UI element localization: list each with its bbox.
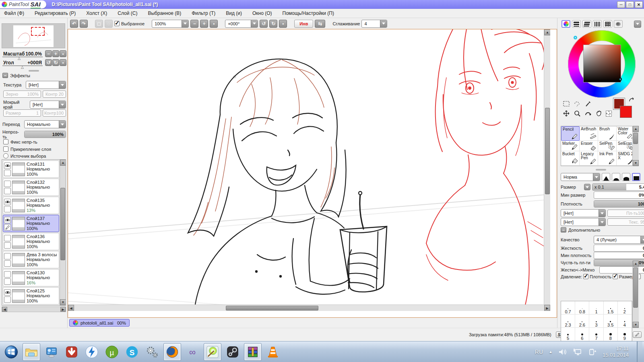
pressure-density-checkbox[interactable] [583, 274, 588, 279]
brush-size-slider[interactable]: x 0.1 5.4 [592, 183, 644, 191]
brush-texture2-select[interactable]: [Нет] [561, 218, 606, 226]
invert-view-button[interactable]: Инв [294, 20, 313, 28]
brush-edge-dropdown-icon[interactable] [593, 173, 600, 181]
tool-legacy-pen[interactable]: Legacy Pen [580, 151, 598, 166]
navigator-zoom-in-button[interactable]: + [52, 50, 59, 57]
canvas-horizontal-scrollbar[interactable]: ◀ ▶ [68, 304, 550, 311]
maximize-button[interactable]: □ [626, 1, 634, 8]
menu-item-5[interactable]: Фильтр (Т) [192, 10, 215, 16]
brush-size-2.6[interactable]: 2.6 [575, 315, 589, 328]
blend-mode-select[interactable]: Нормально [24, 120, 66, 128]
navigator-rotate-ccw-button[interactable]: ↺ [45, 59, 52, 66]
brush-size-9[interactable]: 9 [618, 328, 632, 341]
smoothing-select[interactable]: 4 [361, 20, 387, 28]
layer-visibility-icon[interactable] [4, 217, 11, 223]
selection-source-radio[interactable] [3, 153, 8, 158]
brush-panel-grip[interactable] [596, 169, 606, 171]
lasso-icon[interactable] [572, 99, 582, 108]
daemon-tools-icon[interactable] [83, 343, 101, 361]
brush-texture2-dropdown-icon[interactable] [599, 218, 605, 226]
layer-thumbnail[interactable] [12, 181, 25, 194]
hsv-slider-tab-icon[interactable] [582, 20, 591, 28]
rotate-ccw-button[interactable]: ↺ [260, 20, 268, 28]
layer-row-Слой137[interactable]: Слой137Нормально100% [3, 215, 59, 232]
brush-size-0.7[interactable]: 0.7 [561, 301, 575, 315]
rotate-cw-button[interactable]: ↻ [269, 20, 277, 28]
effects-collapse-button[interactable]: − [2, 73, 8, 78]
color-mixer-tab-icon[interactable] [593, 20, 602, 28]
background-color-swatch[interactable] [620, 106, 632, 118]
zoom-out-button[interactable]: − [190, 20, 198, 28]
layers-scroll-up-icon[interactable]: ▲ [60, 160, 66, 166]
brush-size-6[interactable]: 6 [575, 328, 589, 341]
menu-item-4[interactable]: Выбранное (В) [148, 10, 181, 16]
layer-edit-icon[interactable] [4, 242, 11, 249]
canvas-hscroll-thumb[interactable] [226, 306, 318, 311]
layers-scroll-thumb[interactable] [60, 188, 65, 260]
blend-mode-dropdown-icon[interactable] [59, 121, 66, 128]
tool-eraser[interactable]: Eraser [580, 141, 598, 151]
layer-row-Слой131[interactable]: Слой131Нормально100% [3, 160, 59, 178]
brush-size-1.5[interactable]: 1.5 [604, 301, 618, 315]
layer-row-Слой132[interactable]: Слой132Нормально100% [3, 179, 59, 196]
paint-tool-sai-icon[interactable] [204, 343, 221, 361]
pressure-size-checkbox[interactable] [613, 274, 618, 279]
brush-edge-select[interactable]: Норма [561, 173, 600, 181]
brush-texture1-dropdown-icon[interactable] [599, 210, 605, 217]
deselect-button[interactable]: ◻ [95, 20, 103, 28]
selection-visible-checkbox[interactable] [114, 21, 120, 26]
brush-shape-square-icon[interactable] [632, 173, 640, 181]
redo-button[interactable]: ↷ [80, 20, 88, 28]
layer-row-Слой125[interactable]: Слой125Нормально100% [3, 287, 59, 304]
reselect-button[interactable]: ◌ [105, 20, 113, 28]
zoom-in-button[interactable]: + [200, 20, 208, 28]
brush-size-3[interactable]: 3 [589, 315, 603, 328]
layer-thumbnail[interactable] [12, 271, 25, 285]
navigator-rotate-cw-button[interactable]: ↻ [52, 59, 59, 66]
brush-size-0.8[interactable]: 0.8 [575, 301, 589, 315]
download-manager-icon[interactable] [63, 343, 80, 361]
layer-visibility-icon[interactable] [4, 181, 11, 187]
layer-thumbnail[interactable] [12, 162, 25, 176]
tool-airbrush[interactable]: AirBrush [580, 126, 598, 141]
smoothing-dropdown-icon[interactable] [380, 20, 387, 27]
quality-dropdown-icon[interactable] [640, 236, 644, 243]
tray-clock[interactable]: 17:11 15.01.2014 [603, 346, 629, 358]
brush-size-1[interactable]: 1 [589, 301, 603, 315]
brush-size-8[interactable]: 8 [604, 328, 618, 341]
size-scroll-thumb[interactable] [633, 267, 638, 308]
vlc-icon[interactable] [264, 343, 282, 361]
layer-visibility-icon[interactable] [4, 162, 11, 169]
brush-shape-round-icon[interactable] [612, 173, 620, 181]
transparent-color-icon[interactable] [606, 111, 612, 117]
zoom-reset-button[interactable]: ▪ [210, 20, 218, 28]
volume-icon[interactable] [558, 348, 567, 356]
panel-dropdown-icon[interactable] [634, 21, 641, 28]
layer-thumbnail[interactable] [12, 217, 25, 230]
brush-texture1-select[interactable]: [Нет] [561, 209, 606, 217]
rect-select-icon[interactable] [561, 99, 571, 108]
start-orb-icon[interactable] [2, 343, 20, 361]
layer-row-Слой127[interactable]: Слой127Нормально100% [3, 305, 59, 306]
menu-item-7[interactable]: Окно (О) [252, 10, 272, 16]
saturation-value-square[interactable] [583, 45, 621, 82]
skype-icon[interactable]: S [123, 343, 141, 361]
canvas-scroll-right-icon[interactable]: ▶ [544, 305, 550, 311]
tool-grid-scrollbar[interactable]: ▲ ▼ [632, 126, 639, 166]
layer-edit-icon[interactable] [4, 170, 11, 176]
swap-colors-icon[interactable] [628, 97, 635, 103]
quality-select[interactable]: 4 (Лучше) [594, 236, 644, 244]
layer-thumbnail[interactable] [12, 199, 25, 212]
preserve-opacity-checkbox[interactable] [3, 139, 8, 144]
wet-edge-select[interactable]: [Нет] [30, 101, 66, 109]
menu-item-0[interactable]: Файл (Ф) [4, 10, 24, 16]
texture-dropdown-icon[interactable] [59, 81, 66, 88]
layer-row-Слой136[interactable]: Слой136Нормально100% [3, 233, 59, 250]
layers-scroll-right-icon[interactable]: ▶ [60, 307, 66, 312]
layer-visibility-icon[interactable] [4, 289, 11, 296]
texture-select[interactable]: [Нет] [26, 81, 66, 89]
rotate-reset-button[interactable]: ▪ [279, 20, 287, 28]
power-plug-icon[interactable] [588, 348, 597, 356]
layer-edit-icon[interactable] [4, 224, 11, 230]
layer-visibility-icon[interactable] [4, 199, 11, 205]
